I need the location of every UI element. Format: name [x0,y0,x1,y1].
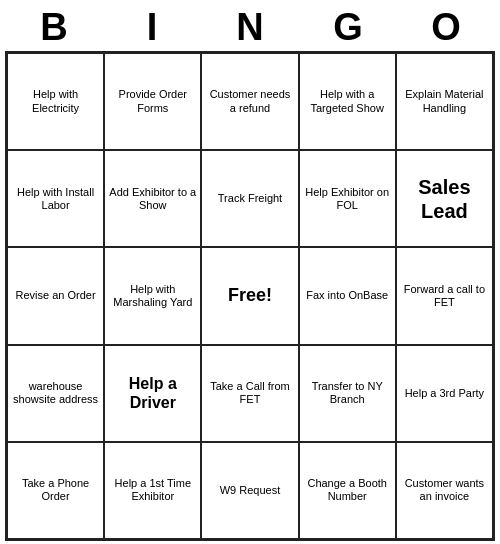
bingo-letter: I [108,6,196,49]
bingo-cell[interactable]: Explain Material Handling [396,53,493,150]
bingo-cell[interactable]: Help a Driver [104,345,201,442]
bingo-letter: O [402,6,490,49]
bingo-cell[interactable]: Customer needs a refund [201,53,298,150]
bingo-cell[interactable]: Change a Booth Number [299,442,396,539]
bingo-cell[interactable]: Transfer to NY Branch [299,345,396,442]
bingo-cell[interactable]: Provide Order Forms [104,53,201,150]
bingo-cell[interactable]: Help Exhibitor on FOL [299,150,396,247]
bingo-cell[interactable]: Revise an Order [7,247,104,344]
bingo-cell[interactable]: Sales Lead [396,150,493,247]
bingo-cell[interactable]: Take a Call from FET [201,345,298,442]
bingo-cell[interactable]: Help with Marshaling Yard [104,247,201,344]
bingo-letter: N [206,6,294,49]
bingo-cell[interactable]: Fax into OnBase [299,247,396,344]
bingo-cell[interactable]: Help a 3rd Party [396,345,493,442]
bingo-title-row: BINGO [5,0,495,51]
bingo-cell[interactable]: Customer wants an invoice [396,442,493,539]
bingo-grid: Help with ElectricityProvide Order Forms… [5,51,495,541]
bingo-cell[interactable]: Help with a Targeted Show [299,53,396,150]
bingo-cell[interactable]: Add Exhibitor to a Show [104,150,201,247]
bingo-cell[interactable]: Help with Install Labor [7,150,104,247]
bingo-cell[interactable]: Track Freight [201,150,298,247]
bingo-cell[interactable]: W9 Request [201,442,298,539]
bingo-cell[interactable]: Forward a call to FET [396,247,493,344]
bingo-cell[interactable]: Free! [201,247,298,344]
bingo-cell[interactable]: warehouse showsite address [7,345,104,442]
bingo-cell[interactable]: Help a 1st Time Exhibitor [104,442,201,539]
bingo-cell[interactable]: Help with Electricity [7,53,104,150]
bingo-letter: G [304,6,392,49]
bingo-letter: B [10,6,98,49]
bingo-cell[interactable]: Take a Phone Order [7,442,104,539]
